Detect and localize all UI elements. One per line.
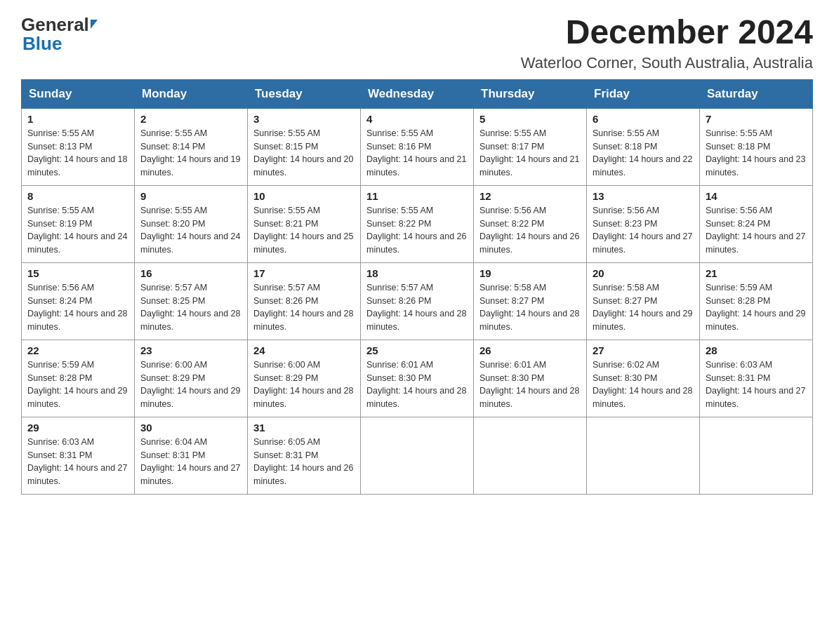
day-info: Sunrise: 5:55 AMSunset: 8:19 PMDaylight:… [27,204,128,257]
day-info: Sunrise: 6:04 AMSunset: 8:31 PMDaylight:… [140,436,241,488]
day-info: Sunrise: 5:55 AMSunset: 8:20 PMDaylight:… [140,204,241,257]
col-monday: Monday [135,79,248,108]
table-row: 10 Sunrise: 5:55 AMSunset: 8:21 PMDaylig… [248,185,361,262]
day-info: Sunrise: 6:03 AMSunset: 8:31 PMDaylight:… [706,358,807,411]
title-area: December 2024 Waterloo Corner, South Aus… [521,14,813,72]
day-number: 3 [253,113,355,125]
day-number: 16 [140,267,241,279]
table-row: 4 Sunrise: 5:55 AMSunset: 8:16 PMDayligh… [361,108,474,185]
day-number: 29 [27,422,128,434]
table-row: 1 Sunrise: 5:55 AMSunset: 8:13 PMDayligh… [22,108,135,185]
table-row: 31 Sunrise: 6:05 AMSunset: 8:31 PMDaylig… [248,417,361,494]
table-row: 23 Sunrise: 6:00 AMSunset: 8:29 PMDaylig… [135,340,248,417]
table-row: 7 Sunrise: 5:55 AMSunset: 8:18 PMDayligh… [700,108,813,185]
table-row: 9 Sunrise: 5:55 AMSunset: 8:20 PMDayligh… [135,185,248,262]
calendar-week-row: 8 Sunrise: 5:55 AMSunset: 8:19 PMDayligh… [22,185,813,262]
table-row: 17 Sunrise: 5:57 AMSunset: 8:26 PMDaylig… [248,262,361,340]
table-row: 13 Sunrise: 5:56 AMSunset: 8:23 PMDaylig… [587,185,700,262]
day-number: 17 [253,267,355,279]
day-info: Sunrise: 5:56 AMSunset: 8:24 PMDaylight:… [706,204,807,257]
table-row: 26 Sunrise: 6:01 AMSunset: 8:30 PMDaylig… [474,340,587,417]
day-info: Sunrise: 5:55 AMSunset: 8:21 PMDaylight:… [253,204,355,257]
table-row: 28 Sunrise: 6:03 AMSunset: 8:31 PMDaylig… [700,340,813,417]
table-row: 12 Sunrise: 5:56 AMSunset: 8:22 PMDaylig… [474,185,587,262]
day-number: 22 [27,344,128,356]
day-info: Sunrise: 5:56 AMSunset: 8:22 PMDaylight:… [479,204,581,257]
day-info: Sunrise: 5:55 AMSunset: 8:22 PMDaylight:… [366,204,468,257]
table-row: 21 Sunrise: 5:59 AMSunset: 8:28 PMDaylig… [700,262,813,340]
month-title: December 2024 [521,14,813,51]
day-number: 9 [140,190,241,202]
day-info: Sunrise: 5:58 AMSunset: 8:27 PMDaylight:… [593,281,694,334]
logo-arrow-icon [91,20,98,29]
calendar-body: 1 Sunrise: 5:55 AMSunset: 8:13 PMDayligh… [22,108,813,494]
logo-blue: Blue [21,33,98,55]
table-row: 11 Sunrise: 5:55 AMSunset: 8:22 PMDaylig… [361,185,474,262]
table-row: 24 Sunrise: 6:00 AMSunset: 8:29 PMDaylig… [248,340,361,417]
day-number: 4 [366,113,468,125]
day-info: Sunrise: 5:55 AMSunset: 8:18 PMDaylight:… [593,127,694,180]
day-info: Sunrise: 5:59 AMSunset: 8:28 PMDaylight:… [27,358,128,411]
table-row: 30 Sunrise: 6:04 AMSunset: 8:31 PMDaylig… [135,417,248,494]
day-number: 23 [140,344,241,356]
day-number: 21 [706,267,807,279]
day-info: Sunrise: 5:55 AMSunset: 8:14 PMDaylight:… [140,127,241,180]
day-number: 28 [706,344,807,356]
day-number: 24 [253,344,355,356]
day-number: 20 [593,267,694,279]
day-number: 31 [253,422,355,434]
day-info: Sunrise: 6:05 AMSunset: 8:31 PMDaylight:… [253,436,355,488]
day-info: Sunrise: 5:57 AMSunset: 8:25 PMDaylight:… [140,281,241,334]
table-row: 5 Sunrise: 5:55 AMSunset: 8:17 PMDayligh… [474,108,587,185]
table-row: 16 Sunrise: 5:57 AMSunset: 8:25 PMDaylig… [135,262,248,340]
day-number: 26 [479,344,581,356]
day-number: 25 [366,344,468,356]
day-info: Sunrise: 5:55 AMSunset: 8:15 PMDaylight:… [253,127,355,180]
day-info: Sunrise: 5:55 AMSunset: 8:17 PMDaylight:… [479,127,581,180]
calendar-header-row: Sunday Monday Tuesday Wednesday Thursday… [22,79,813,108]
day-number: 15 [27,267,128,279]
day-number: 6 [593,113,694,125]
day-number: 13 [593,190,694,202]
calendar-week-row: 1 Sunrise: 5:55 AMSunset: 8:13 PMDayligh… [22,108,813,185]
day-number: 19 [479,267,581,279]
header: General Blue December 2024 Waterloo Corn… [21,14,813,72]
day-number: 7 [706,113,807,125]
table-row: 14 Sunrise: 5:56 AMSunset: 8:24 PMDaylig… [700,185,813,262]
day-info: Sunrise: 5:55 AMSunset: 8:16 PMDaylight:… [366,127,468,180]
day-number: 1 [27,113,128,125]
table-row: 22 Sunrise: 5:59 AMSunset: 8:28 PMDaylig… [22,340,135,417]
calendar-week-row: 22 Sunrise: 5:59 AMSunset: 8:28 PMDaylig… [22,340,813,417]
day-info: Sunrise: 5:56 AMSunset: 8:24 PMDaylight:… [27,281,128,334]
day-info: Sunrise: 5:55 AMSunset: 8:13 PMDaylight:… [27,127,128,180]
day-number: 5 [479,113,581,125]
day-info: Sunrise: 6:01 AMSunset: 8:30 PMDaylight:… [479,358,581,411]
day-number: 14 [706,190,807,202]
col-thursday: Thursday [474,79,587,108]
table-row: 18 Sunrise: 5:57 AMSunset: 8:26 PMDaylig… [361,262,474,340]
table-row: 29 Sunrise: 6:03 AMSunset: 8:31 PMDaylig… [22,417,135,494]
col-wednesday: Wednesday [361,79,474,108]
day-info: Sunrise: 5:58 AMSunset: 8:27 PMDaylight:… [479,281,581,334]
logo: General Blue [21,14,98,55]
day-number: 8 [27,190,128,202]
table-row [361,417,474,494]
location-title: Waterloo Corner, South Australia, Austra… [521,54,813,72]
day-number: 27 [593,344,694,356]
day-info: Sunrise: 5:57 AMSunset: 8:26 PMDaylight:… [253,281,355,334]
day-info: Sunrise: 6:00 AMSunset: 8:29 PMDaylight:… [140,358,241,411]
day-number: 11 [366,190,468,202]
day-info: Sunrise: 5:56 AMSunset: 8:23 PMDaylight:… [593,204,694,257]
col-saturday: Saturday [700,79,813,108]
day-number: 10 [253,190,355,202]
day-info: Sunrise: 6:02 AMSunset: 8:30 PMDaylight:… [593,358,694,411]
table-row: 25 Sunrise: 6:01 AMSunset: 8:30 PMDaylig… [361,340,474,417]
day-number: 30 [140,422,241,434]
table-row [700,417,813,494]
day-info: Sunrise: 6:01 AMSunset: 8:30 PMDaylight:… [366,358,468,411]
day-number: 12 [479,190,581,202]
day-number: 2 [140,113,241,125]
table-row: 3 Sunrise: 5:55 AMSunset: 8:15 PMDayligh… [248,108,361,185]
table-row: 20 Sunrise: 5:58 AMSunset: 8:27 PMDaylig… [587,262,700,340]
calendar-table: Sunday Monday Tuesday Wednesday Thursday… [21,79,813,495]
